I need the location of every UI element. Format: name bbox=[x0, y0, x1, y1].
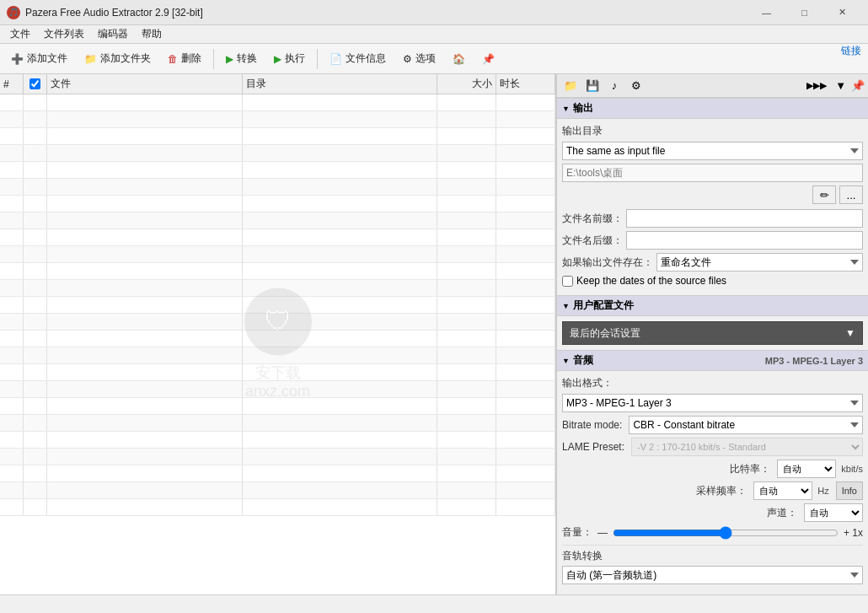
delete-button[interactable]: 🗑 删除 bbox=[160, 48, 209, 69]
custom-dir-input[interactable] bbox=[562, 164, 863, 182]
volume-slider[interactable] bbox=[613, 526, 839, 540]
samplerate-label: 采样频率： bbox=[696, 484, 747, 498]
menu-file[interactable]: 文件 bbox=[3, 25, 37, 43]
lame-preset-select[interactable]: -V 2 : 170-210 kbit/s - Standard bbox=[631, 438, 863, 456]
tab-settings[interactable]: ⚙ bbox=[626, 77, 646, 95]
table-row bbox=[0, 229, 555, 246]
bitrate-mode-label: Bitrate mode: bbox=[562, 419, 622, 431]
samplerate-select[interactable]: 自动 44100 48000 bbox=[753, 481, 812, 500]
toolbar-separator-1 bbox=[213, 49, 214, 69]
suffix-row: 文件名后缀： bbox=[562, 231, 863, 250]
output-section: 输出目录 The same as input file Custom direc… bbox=[557, 119, 868, 295]
track-select[interactable]: 自动 (第一音频轨道) 轨道2 轨道3 bbox=[562, 566, 863, 584]
tab-folder[interactable]: 📁 bbox=[560, 77, 581, 95]
toolbar: ➕ 添加文件 📁 添加文件夹 🗑 删除 ▶ 转换 ▶ 执行 📄 文件信息 ⚙ 选… bbox=[0, 44, 868, 74]
volume-plus: + 1x bbox=[844, 527, 863, 539]
info-button[interactable]: Info bbox=[836, 481, 863, 500]
minimize-button[interactable]: — bbox=[747, 0, 785, 25]
browse-row: ✏ ... bbox=[562, 186, 863, 204]
keep-dates-checkbox[interactable] bbox=[562, 276, 573, 287]
execute-icon: ▶ bbox=[274, 53, 281, 65]
prefix-input[interactable] bbox=[626, 209, 863, 228]
main-area: # 文件 目录 大小 时长 for(let i=0;i<25;i++){ doc… bbox=[0, 74, 868, 613]
menu-encoder[interactable]: 编码器 bbox=[91, 25, 135, 43]
bitrate-row: 比特率： 自动 128 192 256 320 kbit/s bbox=[562, 460, 863, 478]
pin-button[interactable]: 📌 bbox=[474, 50, 502, 68]
audio-format-select-row: MP3 - MPEG-1 Layer 3 AAC OGG FLAC bbox=[562, 394, 863, 412]
add-file-label: 添加文件 bbox=[27, 51, 67, 66]
ifexists-label: 如果输出文件存在： bbox=[562, 255, 653, 270]
bitrate-select[interactable]: 自动 128 192 256 320 bbox=[777, 460, 836, 478]
panel-expand[interactable]: ▶▶▶ bbox=[803, 80, 830, 91]
panel-dropdown[interactable]: ▼ bbox=[835, 79, 846, 92]
menu-help[interactable]: 帮助 bbox=[135, 25, 169, 43]
delete-icon: 🗑 bbox=[168, 53, 178, 65]
bitrate-label: 比特率： bbox=[730, 462, 770, 476]
profile-triangle: ▼ bbox=[562, 302, 570, 310]
suffix-input[interactable] bbox=[626, 231, 863, 250]
col-header-file: 文件 bbox=[47, 74, 243, 94]
browse-dir-button[interactable]: ... bbox=[839, 186, 863, 204]
audio-title: 音频 bbox=[573, 353, 593, 368]
file-list: # 文件 目录 大小 时长 for(let i=0;i<25;i++){ doc… bbox=[0, 74, 556, 613]
options-button[interactable]: ⚙ 选项 bbox=[395, 48, 443, 69]
channel-label: 声道： bbox=[767, 506, 797, 520]
convert-button[interactable]: ▶ 转换 bbox=[218, 48, 265, 69]
bitrate-mode-select[interactable]: CBR - Constant bitrate VBR - Variable bi… bbox=[629, 416, 863, 434]
output-dir-label: 输出目录 bbox=[562, 124, 613, 138]
output-dir-select[interactable]: The same as input file Custom directory bbox=[562, 142, 863, 160]
keep-dates-label: Keep the dates of the source files bbox=[576, 275, 726, 287]
table-row bbox=[0, 145, 555, 162]
menu-filelist[interactable]: 文件列表 bbox=[37, 25, 91, 43]
panel-pin[interactable]: 📌 bbox=[851, 79, 865, 92]
app-title: Pazera Free Audio Extractor 2.9 [32-bit] bbox=[25, 7, 747, 19]
rp-tabs: 📁 💾 ♪ ⚙ ▶▶▶ ▼ 📌 bbox=[557, 74, 868, 98]
add-file-button[interactable]: ➕ 添加文件 bbox=[3, 48, 75, 69]
profile-section-header[interactable]: ▼ 用户配置文件 bbox=[557, 295, 868, 316]
output-dir-select-row: The same as input file Custom directory bbox=[562, 142, 863, 160]
table-row bbox=[0, 128, 555, 145]
home-button[interactable]: 🏠 bbox=[445, 50, 473, 68]
ifexists-select[interactable]: 重命名文件 覆盖文件 跳过 bbox=[656, 253, 863, 272]
execute-label: 执行 bbox=[285, 51, 305, 66]
options-icon: ⚙ bbox=[403, 53, 412, 65]
track-section-label: 音轨转换 bbox=[562, 550, 603, 562]
volume-minus: — bbox=[597, 527, 608, 539]
file-info-label: 文件信息 bbox=[346, 51, 386, 66]
select-all-checkbox[interactable] bbox=[29, 78, 40, 89]
table-row bbox=[0, 449, 555, 465]
table-row bbox=[0, 465, 555, 482]
keep-dates-row: Keep the dates of the source files bbox=[562, 275, 863, 287]
profile-dropdown[interactable]: 最后的会话设置 ▼ bbox=[562, 321, 863, 345]
tab-audio[interactable]: ♪ bbox=[604, 77, 624, 95]
top-link[interactable]: 链接 bbox=[841, 44, 861, 58]
col-header-check bbox=[24, 74, 47, 94]
audio-format-label: 输出格式： bbox=[562, 376, 613, 390]
convert-label: 转换 bbox=[237, 51, 257, 66]
audio-section-header[interactable]: ▼ 音频 MP3 - MPEG-1 Layer 3 bbox=[557, 350, 868, 371]
output-section-header[interactable]: ▼ 输出 bbox=[557, 98, 868, 119]
output-dir-row: 输出目录 bbox=[562, 124, 863, 138]
add-folder-label: 添加文件夹 bbox=[100, 51, 151, 66]
col-header-size: 大小 bbox=[437, 74, 496, 94]
execute-button[interactable]: ▶ 执行 bbox=[266, 48, 313, 69]
profile-selected: 最后的会话设置 bbox=[570, 326, 640, 341]
edit-dir-button[interactable]: ✏ bbox=[812, 186, 836, 204]
channel-select[interactable]: 自动 单声道 立体声 bbox=[804, 503, 863, 522]
profile-title: 用户配置文件 bbox=[573, 298, 634, 313]
profile-arrow: ▼ bbox=[845, 327, 855, 339]
add-folder-button[interactable]: 📁 添加文件夹 bbox=[77, 48, 158, 69]
convert-icon: ▶ bbox=[226, 53, 233, 65]
filelist-rows: for(let i=0;i<25;i++){ document.write('<… bbox=[0, 94, 555, 613]
audio-format-select[interactable]: MP3 - MPEG-1 Layer 3 AAC OGG FLAC bbox=[562, 394, 863, 412]
output-triangle: ▼ bbox=[562, 105, 570, 113]
bitrate-mode-row: Bitrate mode: CBR - Constant bitrate VBR… bbox=[562, 416, 863, 434]
volume-row: 音量： — + 1x bbox=[562, 525, 863, 540]
statusbar bbox=[0, 594, 868, 613]
tab-save[interactable]: 💾 bbox=[582, 77, 603, 95]
table-row bbox=[0, 314, 555, 331]
close-button[interactable]: ✕ bbox=[823, 0, 861, 25]
maximize-button[interactable]: □ bbox=[785, 0, 823, 25]
options-label: 选项 bbox=[415, 51, 436, 66]
file-info-button[interactable]: 📄 文件信息 bbox=[322, 48, 394, 69]
